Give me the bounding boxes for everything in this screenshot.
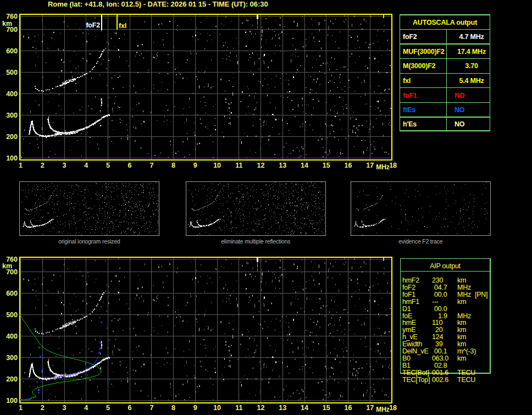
- svg-text:00.0: 00.0: [434, 305, 447, 313]
- svg-text:700: 700: [6, 26, 18, 34]
- svg-text:1: 1: [19, 162, 23, 169]
- svg-text:foF1: foF1: [402, 291, 415, 298]
- svg-text:MHz: MHz: [376, 406, 390, 413]
- svg-text:8: 8: [171, 162, 175, 169]
- svg-text:600: 600: [6, 47, 18, 55]
- svg-text:NO: NO: [455, 92, 465, 99]
- svg-text:14: 14: [301, 162, 308, 169]
- svg-text:600: 600: [6, 290, 18, 297]
- svg-text:18: 18: [389, 162, 397, 169]
- svg-text:km: km: [457, 276, 466, 284]
- svg-text:---: ---: [432, 298, 439, 306]
- svg-text:foF2: foF2: [86, 21, 100, 29]
- svg-text:MHz: MHz: [376, 163, 390, 171]
- svg-text:02.8: 02.8: [434, 362, 447, 369]
- svg-text:00.0: 00.0: [434, 291, 447, 298]
- svg-text:[PN]: [PN]: [475, 291, 487, 298]
- svg-text:Rome (lat: +41.8, lon: 012.5): Rome (lat: +41.8, lon: 012.5) - DATE: 20…: [48, 0, 268, 8]
- svg-text:002.6: 002.6: [432, 376, 448, 384]
- svg-text:10: 10: [213, 404, 221, 412]
- svg-text:4: 4: [84, 162, 88, 169]
- svg-text:4: 4: [84, 404, 88, 412]
- svg-text:original ionogram resized: original ionogram resized: [58, 238, 120, 245]
- svg-text:h'Es: h'Es: [403, 120, 417, 128]
- svg-text:700: 700: [6, 268, 18, 276]
- svg-text:200: 200: [6, 375, 18, 383]
- svg-text:foF2: foF2: [403, 33, 417, 41]
- svg-text:124: 124: [432, 333, 443, 341]
- svg-text:7: 7: [149, 404, 153, 412]
- svg-text:TECU: TECU: [457, 376, 475, 384]
- svg-text:04.7: 04.7: [434, 284, 447, 291]
- svg-text:5: 5: [106, 404, 110, 412]
- svg-text:17: 17: [366, 162, 374, 169]
- svg-text:NO: NO: [455, 120, 465, 128]
- svg-text:hmF2: hmF2: [402, 276, 419, 284]
- svg-text:AUTOSCALA output: AUTOSCALA output: [413, 19, 478, 26]
- svg-text:B0: B0: [402, 355, 411, 362]
- svg-text:400: 400: [6, 333, 18, 340]
- svg-text:300: 300: [6, 112, 18, 119]
- svg-text:foE: foE: [402, 312, 412, 320]
- svg-text:17.4 MHz: 17.4 MHz: [457, 48, 486, 56]
- svg-text:TEC[Bot]: TEC[Bot]: [402, 369, 429, 377]
- svg-text:D1: D1: [402, 305, 411, 313]
- svg-text:foF1: foF1: [403, 92, 417, 99]
- svg-text:evidence F2 trace: evidence F2 trace: [398, 238, 442, 245]
- svg-text:h_vE: h_vE: [402, 333, 418, 341]
- svg-text:00.1: 00.1: [434, 347, 447, 355]
- svg-text:7: 7: [149, 162, 153, 169]
- svg-text:km: km: [457, 326, 466, 334]
- svg-text:km: km: [457, 319, 466, 327]
- svg-text:hmF1: hmF1: [402, 298, 419, 306]
- svg-text:11: 11: [235, 162, 242, 169]
- svg-text:110: 110: [432, 319, 442, 327]
- svg-text:300: 300: [6, 354, 18, 362]
- svg-text:18: 18: [389, 404, 397, 412]
- svg-text:8: 8: [171, 404, 175, 412]
- svg-text:13: 13: [279, 404, 286, 412]
- svg-text:6: 6: [128, 162, 132, 169]
- svg-text:hmE: hmE: [402, 319, 416, 327]
- svg-text:km: km: [457, 333, 466, 341]
- svg-text:15: 15: [323, 404, 330, 412]
- svg-text:km: km: [457, 340, 466, 348]
- svg-text:m^(-3): m^(-3): [457, 347, 476, 355]
- svg-text:13: 13: [279, 162, 286, 169]
- svg-text:1.9: 1.9: [438, 312, 447, 320]
- svg-text:ftEs: ftEs: [403, 106, 415, 114]
- svg-text:MHz: MHz: [457, 312, 471, 320]
- svg-text:100: 100: [6, 397, 18, 405]
- svg-text:100: 100: [6, 154, 18, 162]
- svg-text:4.7 MHz: 4.7 MHz: [459, 33, 484, 41]
- svg-text:10: 10: [213, 162, 221, 169]
- svg-text:NO: NO: [455, 106, 465, 114]
- svg-text:230: 230: [432, 276, 443, 284]
- svg-text:DelN_vE: DelN_vE: [402, 347, 429, 355]
- svg-text:5.4 MHz: 5.4 MHz: [459, 77, 484, 85]
- svg-text:fxI: fxI: [403, 77, 411, 85]
- svg-text:TEC[Top]: TEC[Top]: [402, 376, 430, 384]
- svg-text:14: 14: [301, 404, 308, 412]
- svg-text:400: 400: [6, 90, 18, 98]
- svg-text:063.0: 063.0: [432, 355, 448, 362]
- svg-text:16: 16: [344, 162, 352, 169]
- svg-text:TECU: TECU: [457, 369, 475, 377]
- svg-text:500: 500: [6, 69, 18, 76]
- svg-text:2: 2: [41, 404, 45, 412]
- svg-text:6: 6: [128, 404, 132, 412]
- svg-text:eliminate multiple reflections: eliminate multiple reflections: [221, 238, 290, 245]
- svg-text:km: km: [457, 298, 466, 306]
- svg-text:ymE: ymE: [402, 326, 415, 334]
- svg-text:500: 500: [6, 311, 18, 319]
- svg-text:B1: B1: [402, 362, 411, 369]
- svg-text:3.70: 3.70: [465, 62, 478, 70]
- svg-text:Ewidth: Ewidth: [402, 340, 422, 348]
- svg-text:5: 5: [106, 162, 110, 169]
- svg-text:16: 16: [344, 404, 352, 412]
- svg-text:3: 3: [63, 404, 66, 412]
- svg-text:km: km: [457, 355, 466, 362]
- svg-text:foF2: foF2: [402, 284, 415, 291]
- svg-text:MUF(3000)F2: MUF(3000)F2: [403, 48, 445, 56]
- svg-text:200: 200: [6, 133, 18, 141]
